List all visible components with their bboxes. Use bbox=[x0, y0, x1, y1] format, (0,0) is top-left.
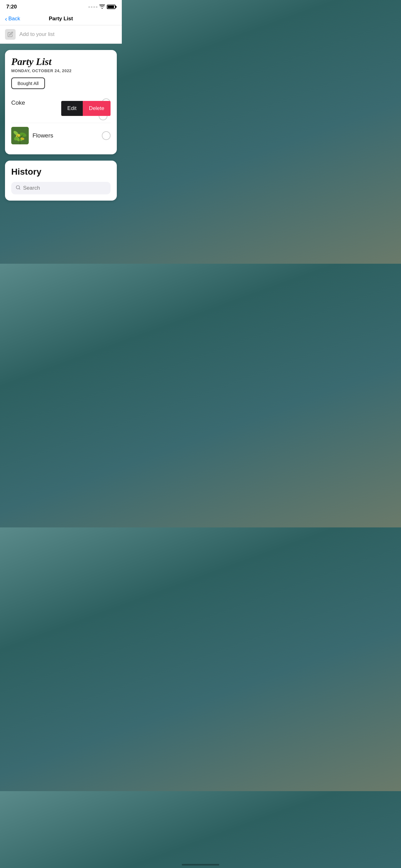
search-bar[interactable] bbox=[11, 182, 110, 194]
status-bar: 7:20 bbox=[0, 0, 122, 12]
main-content: Party List MONDAY, OCTOBER 24, 2022 Boug… bbox=[0, 44, 122, 207]
signal-icon bbox=[89, 6, 97, 8]
card-date: MONDAY, OCTOBER 24, 2022 bbox=[11, 68, 110, 73]
wifi-icon bbox=[99, 4, 105, 10]
card-title: Party List bbox=[11, 56, 110, 67]
delete-button[interactable]: Delete bbox=[83, 101, 110, 116]
list-item: Flowers bbox=[11, 123, 110, 148]
add-icon-wrap bbox=[5, 29, 15, 40]
coke-swipe-row: Edit Delete bbox=[11, 112, 110, 123]
leaf-decoration-icon bbox=[11, 127, 29, 144]
edit-button[interactable]: Edit bbox=[61, 101, 83, 116]
pencil-icon bbox=[7, 32, 13, 37]
flowers-thumbnail-image bbox=[11, 127, 29, 144]
history-card: History bbox=[5, 161, 117, 200]
list-items: Coke Edit Delete bbox=[11, 94, 110, 148]
status-time: 7:20 bbox=[6, 4, 17, 10]
chevron-left-icon: ‹ bbox=[5, 16, 7, 22]
back-button[interactable]: ‹ Back bbox=[5, 16, 20, 22]
item-name-flowers: Flowers bbox=[32, 132, 102, 139]
status-icons bbox=[89, 4, 115, 10]
search-icon bbox=[15, 185, 21, 191]
back-label: Back bbox=[8, 16, 20, 22]
bought-all-button[interactable]: Bought All bbox=[11, 78, 45, 89]
item-checkbox-flowers[interactable] bbox=[102, 131, 110, 140]
add-placeholder: Add to your list bbox=[20, 31, 54, 37]
nav-bar: ‹ Back Party List bbox=[0, 12, 122, 25]
search-input[interactable] bbox=[23, 185, 106, 191]
svg-line-11 bbox=[19, 188, 20, 189]
swipe-actions: Edit Delete bbox=[61, 101, 110, 116]
battery-icon bbox=[107, 5, 115, 9]
add-to-list-bar[interactable]: Add to your list bbox=[0, 25, 122, 44]
item-thumbnail-flowers bbox=[11, 127, 29, 144]
page-title: Party List bbox=[49, 16, 73, 22]
party-list-card: Party List MONDAY, OCTOBER 24, 2022 Boug… bbox=[5, 50, 117, 154]
list-item: Coke Edit Delete bbox=[11, 94, 110, 123]
history-title: History bbox=[11, 167, 110, 177]
